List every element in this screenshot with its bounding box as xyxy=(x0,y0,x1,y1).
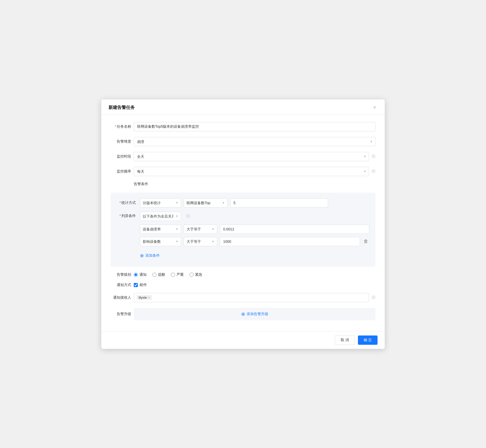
stats-method-label: *统计方式 xyxy=(117,201,137,205)
monitor-frequency-select-wrap: 每天 ▼ xyxy=(134,167,369,176)
cancel-button[interactable]: 取 消 xyxy=(335,335,355,345)
plus-circle-icon: ⊕ xyxy=(241,312,245,316)
stats-top-input[interactable] xyxy=(230,198,328,208)
plus-circle-icon: ⊕ xyxy=(140,253,144,258)
metric-select-2[interactable]: 影响设备数 xyxy=(140,237,181,246)
stats-method-select-wrap: 分版本统计 ▼ xyxy=(140,198,181,208)
dialog-footer: 取 消 确 定 xyxy=(101,331,385,349)
stats-method-select[interactable]: 分版本统计 xyxy=(140,198,181,208)
recipients-row: 通知接收人 lilyxie × ⓪ xyxy=(111,293,375,302)
condition-box: *统计方式 分版本统计 ▼ 联网设备数Top ▼ xyxy=(111,193,375,267)
task-name-label: *任务名称 xyxy=(111,124,134,129)
add-upgrade-button[interactable]: ⊕ 添加告警升级 xyxy=(241,312,268,316)
alert-upgrade-row: 告警升级 ⊕ 添加告警升级 xyxy=(111,308,375,320)
tag-close-icon[interactable]: × xyxy=(148,296,150,299)
recipients-input-wrap[interactable]: lilyxie × xyxy=(134,293,369,302)
required-star: * xyxy=(115,124,116,128)
monitor-frequency-select[interactable]: 每天 xyxy=(134,167,369,176)
confirm-button[interactable]: 确 定 xyxy=(358,335,378,345)
recipients-label: 通知接收人 xyxy=(111,295,134,300)
task-name-input[interactable] xyxy=(134,122,375,131)
radio-item-remind[interactable]: 提醒 xyxy=(152,272,165,277)
alert-level-radio-group: 通知 提醒 严重 紧急 xyxy=(134,272,202,277)
alert-level-label: 告警级别 xyxy=(111,272,134,277)
monitor-period-row: 监控时段 全天 ▼ ⓪ xyxy=(111,152,375,161)
alert-condition-section-row: 告警条件 xyxy=(111,182,375,190)
operator-select-wrap-1: 大于等于 ▼ xyxy=(184,225,217,234)
email-label: 邮件 xyxy=(140,283,147,287)
anomaly-type-select-wrap: 以下条件为全且关系 ▼ xyxy=(140,212,181,221)
recipient-name: lilyxie xyxy=(139,296,147,299)
anomaly-condition-label: *判异条件 xyxy=(117,212,137,218)
delete-condition-button[interactable]: 🗑 xyxy=(363,239,369,244)
recipients-help-icon[interactable]: ⓪ xyxy=(372,295,375,300)
table-row: 设备崩溃率 ▼ 大于等于 ▼ xyxy=(140,225,369,234)
dialog-title: 新建告警任务 xyxy=(108,105,135,110)
stats-method-row: *统计方式 分版本统计 ▼ 联网设备数Top ▼ xyxy=(117,198,369,208)
operator-select-wrap-2: 大于等于 ▼ xyxy=(184,237,217,246)
metric-select-1[interactable]: 设备崩溃率 xyxy=(140,225,181,234)
anomaly-type-row: 以下条件为全且关系 ▼ ⓪ xyxy=(140,212,369,221)
email-checkbox[interactable] xyxy=(134,283,138,287)
stats-type-select[interactable]: 联网设备数Top xyxy=(184,198,228,208)
anomaly-type-select[interactable]: 以下条件为全且关系 xyxy=(140,212,181,221)
dialog-header: 新建告警任务 × xyxy=(101,99,385,115)
radio-remind[interactable] xyxy=(152,273,156,277)
alert-upgrade-label: 告警升级 xyxy=(111,312,134,316)
recipient-tag: lilyxie × xyxy=(137,295,152,300)
radio-serious[interactable] xyxy=(171,273,175,277)
condition-value-input-1[interactable] xyxy=(220,225,369,234)
radio-notify[interactable] xyxy=(134,273,138,277)
email-checkbox-item[interactable]: 邮件 xyxy=(134,283,147,287)
monitor-period-select-wrap: 全天 ▼ xyxy=(134,152,369,161)
alert-dimension-row: 告警维度 崩溃 ▼ xyxy=(111,137,375,146)
dialog: 新建告警任务 × *任务名称 告警维度 崩溃 ▼ 监控时段 xyxy=(101,99,385,349)
monitor-frequency-row: 监控频率 每天 ▼ ⓪ xyxy=(111,167,375,176)
monitor-frequency-label: 监控频率 xyxy=(111,169,134,174)
metric-select-wrap-1: 设备崩溃率 ▼ xyxy=(140,225,181,234)
anomaly-condition-help-icon[interactable]: ⓪ xyxy=(186,214,190,219)
alert-dimension-select[interactable]: 崩溃 xyxy=(134,137,375,146)
alert-upgrade-box: ⊕ 添加告警升级 xyxy=(134,308,375,320)
operator-select-1[interactable]: 大于等于 xyxy=(184,225,217,234)
alert-dimension-label: 告警维度 xyxy=(111,139,134,144)
add-condition-button[interactable]: ⊕ 添加条件 xyxy=(140,253,369,258)
radio-item-notify[interactable]: 通知 xyxy=(134,272,147,277)
anomaly-condition-row: *判异条件 以下条件为全且关系 ▼ ⓪ xyxy=(117,212,369,258)
radio-item-urgent[interactable]: 紧急 xyxy=(189,272,202,277)
monitor-frequency-help-icon[interactable]: ⓪ xyxy=(372,169,375,174)
monitor-period-help-icon[interactable]: ⓪ xyxy=(372,154,375,159)
alert-level-row: 告警级别 通知 提醒 严重 紧急 xyxy=(111,272,375,277)
notify-method-row: 通知方式 邮件 xyxy=(111,283,375,287)
task-name-row: *任务名称 xyxy=(111,122,375,131)
alert-dimension-select-wrap: 崩溃 ▼ xyxy=(134,137,375,146)
radio-urgent[interactable] xyxy=(189,273,194,277)
anomaly-condition-content: 以下条件为全且关系 ▼ ⓪ 设备崩溃率 xyxy=(140,212,369,258)
close-button[interactable]: × xyxy=(372,105,378,110)
monitor-period-label: 监控时段 xyxy=(111,154,134,159)
metric-select-wrap-2: 影响设备数 ▼ xyxy=(140,237,181,246)
stats-type-select-wrap: 联网设备数Top ▼ xyxy=(184,198,228,208)
dialog-body: *任务名称 告警维度 崩溃 ▼ 监控时段 全天 ▼ ⓪ xyxy=(101,115,385,331)
monitor-period-select[interactable]: 全天 xyxy=(134,152,369,161)
notify-method-label: 通知方式 xyxy=(111,283,134,287)
operator-select-2[interactable]: 大于等于 xyxy=(184,237,217,246)
condition-value-input-2[interactable] xyxy=(220,237,360,246)
table-row: 影响设备数 ▼ 大于等于 ▼ 🗑 xyxy=(140,237,369,246)
sub-condition-rows: 设备崩溃率 ▼ 大于等于 ▼ xyxy=(140,225,369,246)
alert-condition-title: 告警条件 xyxy=(134,182,148,186)
radio-item-serious[interactable]: 严重 xyxy=(171,272,184,277)
